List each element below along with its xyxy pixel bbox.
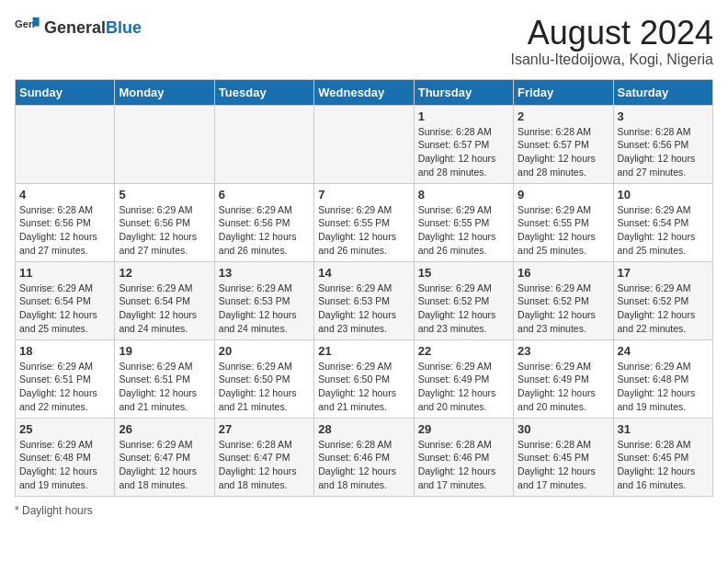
logo-icon: Gen [15, 15, 40, 40]
calendar-day-cell: 12Sunrise: 6:29 AM Sunset: 6:54 PM Dayli… [115, 261, 214, 339]
day-number: 13 [219, 266, 310, 280]
logo-blue-text: Blue [106, 18, 142, 37]
day-info: Sunrise: 6:29 AM Sunset: 6:52 PM Dayligh… [418, 282, 509, 336]
day-info: Sunrise: 6:29 AM Sunset: 6:55 PM Dayligh… [318, 203, 409, 258]
calendar-day-cell: 19Sunrise: 6:29 AM Sunset: 6:51 PM Dayli… [115, 339, 214, 418]
day-info: Sunrise: 6:29 AM Sunset: 6:53 PM Dayligh… [318, 282, 409, 336]
calendar-day-cell [314, 105, 414, 183]
daylight-hours-label: Daylight hours [22, 504, 93, 517]
day-number: 23 [518, 344, 609, 358]
day-info: Sunrise: 6:28 AM Sunset: 6:56 PM Dayligh… [618, 125, 709, 179]
day-number: 2 [518, 109, 609, 123]
calendar-week-row: 18Sunrise: 6:29 AM Sunset: 6:51 PM Dayli… [16, 339, 713, 418]
day-number: 24 [618, 344, 709, 358]
day-number: 18 [19, 344, 110, 358]
day-number: 26 [119, 422, 210, 436]
calendar-day-cell: 16Sunrise: 6:29 AM Sunset: 6:52 PM Dayli… [514, 261, 613, 339]
calendar-day-cell: 6Sunrise: 6:29 AM Sunset: 6:56 PM Daylig… [214, 183, 313, 261]
day-info: Sunrise: 6:29 AM Sunset: 6:50 PM Dayligh… [318, 360, 409, 414]
day-number: 14 [318, 266, 409, 280]
day-number: 1 [418, 109, 509, 123]
day-info: Sunrise: 6:29 AM Sunset: 6:52 PM Dayligh… [618, 282, 709, 336]
day-number: 29 [418, 422, 509, 436]
day-info: Sunrise: 6:29 AM Sunset: 6:50 PM Dayligh… [219, 360, 310, 414]
day-info: Sunrise: 6:28 AM Sunset: 6:56 PM Dayligh… [19, 203, 110, 258]
day-number: 27 [219, 422, 310, 436]
day-number: 11 [19, 266, 110, 280]
calendar-week-row: 25Sunrise: 6:29 AM Sunset: 6:48 PM Dayli… [16, 418, 713, 496]
calendar-day-cell: 27Sunrise: 6:28 AM Sunset: 6:47 PM Dayli… [214, 418, 313, 496]
day-number: 10 [618, 188, 709, 201]
day-info: Sunrise: 6:28 AM Sunset: 6:57 PM Dayligh… [518, 125, 609, 179]
day-info: Sunrise: 6:28 AM Sunset: 6:57 PM Dayligh… [418, 125, 509, 179]
calendar-day-header: Wednesday [314, 79, 414, 105]
calendar-header-row: SundayMondayTuesdayWednesdayThursdayFrid… [16, 79, 713, 105]
calendar-day-cell: 26Sunrise: 6:29 AM Sunset: 6:47 PM Dayli… [115, 418, 214, 496]
calendar-day-cell: 2Sunrise: 6:28 AM Sunset: 6:57 PM Daylig… [514, 105, 613, 183]
day-info: Sunrise: 6:28 AM Sunset: 6:47 PM Dayligh… [219, 438, 310, 492]
day-info: Sunrise: 6:29 AM Sunset: 6:47 PM Dayligh… [119, 438, 210, 492]
calendar-day-cell: 29Sunrise: 6:28 AM Sunset: 6:46 PM Dayli… [414, 418, 513, 496]
title-block: August 2024 Isanlu-Itedoijowa, Kogi, Nig… [510, 15, 713, 68]
day-info: Sunrise: 6:29 AM Sunset: 6:54 PM Dayligh… [618, 203, 709, 258]
calendar-day-header: Saturday [613, 79, 712, 105]
calendar-day-cell: 21Sunrise: 6:29 AM Sunset: 6:50 PM Dayli… [314, 339, 414, 418]
calendar-day-cell: 28Sunrise: 6:28 AM Sunset: 6:46 PM Dayli… [314, 418, 414, 496]
day-number: 31 [618, 422, 709, 436]
calendar-day-cell: 14Sunrise: 6:29 AM Sunset: 6:53 PM Dayli… [314, 261, 414, 339]
calendar-day-cell: 25Sunrise: 6:29 AM Sunset: 6:48 PM Dayli… [16, 418, 115, 496]
day-number: 20 [219, 344, 310, 358]
day-number: 12 [119, 266, 210, 280]
day-info: Sunrise: 6:29 AM Sunset: 6:52 PM Dayligh… [518, 282, 609, 336]
calendar-day-cell: 24Sunrise: 6:29 AM Sunset: 6:48 PM Dayli… [613, 339, 712, 418]
day-number: 6 [219, 188, 310, 201]
calendar-day-cell: 22Sunrise: 6:29 AM Sunset: 6:49 PM Dayli… [414, 339, 513, 418]
day-info: Sunrise: 6:29 AM Sunset: 6:51 PM Dayligh… [19, 360, 110, 414]
calendar-day-cell: 8Sunrise: 6:29 AM Sunset: 6:55 PM Daylig… [414, 183, 513, 261]
day-number: 5 [119, 188, 210, 201]
day-info: Sunrise: 6:29 AM Sunset: 6:49 PM Dayligh… [518, 360, 609, 414]
day-info: Sunrise: 6:29 AM Sunset: 6:56 PM Dayligh… [119, 203, 210, 258]
day-number: 30 [518, 422, 609, 436]
calendar-day-cell [214, 105, 313, 183]
calendar-day-cell: 3Sunrise: 6:28 AM Sunset: 6:56 PM Daylig… [613, 105, 712, 183]
calendar-day-cell: 18Sunrise: 6:29 AM Sunset: 6:51 PM Dayli… [16, 339, 115, 418]
day-info: Sunrise: 6:29 AM Sunset: 6:53 PM Dayligh… [219, 282, 310, 336]
calendar-day-cell: 31Sunrise: 6:28 AM Sunset: 6:45 PM Dayli… [613, 418, 712, 496]
calendar-day-header: Friday [514, 79, 613, 105]
calendar-day-cell [16, 105, 115, 183]
day-info: Sunrise: 6:28 AM Sunset: 6:45 PM Dayligh… [618, 438, 709, 492]
day-number: 16 [518, 266, 609, 280]
calendar-table: SundayMondayTuesdayWednesdayThursdayFrid… [15, 79, 713, 497]
calendar-day-cell: 20Sunrise: 6:29 AM Sunset: 6:50 PM Dayli… [214, 339, 313, 418]
day-number: 3 [618, 109, 709, 123]
calendar-day-cell [115, 105, 214, 183]
page-header: Gen GeneralBlue August 2024 Isanlu-Itedo… [15, 15, 713, 68]
logo: Gen GeneralBlue [15, 15, 142, 40]
day-number: 17 [618, 266, 709, 280]
day-number: 21 [318, 344, 409, 358]
day-info: Sunrise: 6:29 AM Sunset: 6:54 PM Dayligh… [19, 282, 110, 336]
day-number: 15 [418, 266, 509, 280]
calendar-week-row: 1Sunrise: 6:28 AM Sunset: 6:57 PM Daylig… [16, 105, 713, 183]
calendar-day-cell: 15Sunrise: 6:29 AM Sunset: 6:52 PM Dayli… [414, 261, 513, 339]
day-number: 4 [19, 188, 110, 201]
day-number: 25 [19, 422, 110, 436]
day-info: Sunrise: 6:29 AM Sunset: 6:48 PM Dayligh… [19, 438, 110, 492]
calendar-day-header: Sunday [16, 79, 115, 105]
logo-general-text: General [44, 18, 106, 37]
day-number: 28 [318, 422, 409, 436]
calendar-day-cell: 4Sunrise: 6:28 AM Sunset: 6:56 PM Daylig… [16, 183, 115, 261]
calendar-day-cell: 17Sunrise: 6:29 AM Sunset: 6:52 PM Dayli… [613, 261, 712, 339]
day-info: Sunrise: 6:28 AM Sunset: 6:45 PM Dayligh… [518, 438, 609, 492]
day-number: 19 [119, 344, 210, 358]
day-info: Sunrise: 6:29 AM Sunset: 6:51 PM Dayligh… [119, 360, 210, 414]
day-info: Sunrise: 6:28 AM Sunset: 6:46 PM Dayligh… [318, 438, 409, 492]
footer-note: * Daylight hours [15, 504, 713, 517]
calendar-week-row: 11Sunrise: 6:29 AM Sunset: 6:54 PM Dayli… [16, 261, 713, 339]
day-info: Sunrise: 6:29 AM Sunset: 6:56 PM Dayligh… [219, 203, 310, 258]
calendar-day-cell: 10Sunrise: 6:29 AM Sunset: 6:54 PM Dayli… [613, 183, 712, 261]
day-info: Sunrise: 6:29 AM Sunset: 6:55 PM Dayligh… [518, 203, 609, 258]
day-number: 7 [318, 188, 409, 201]
day-info: Sunrise: 6:29 AM Sunset: 6:49 PM Dayligh… [418, 360, 509, 414]
